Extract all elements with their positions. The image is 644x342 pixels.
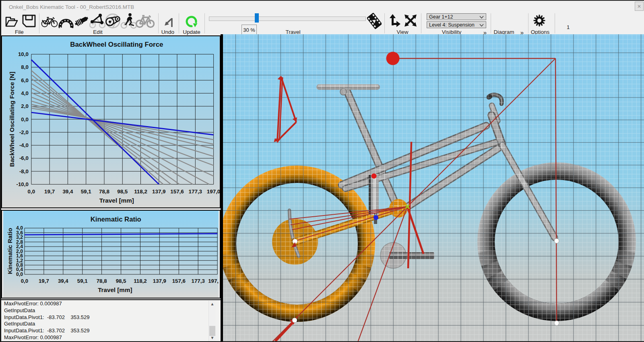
svg-text:39,4: 39,4 (62, 189, 73, 195)
svg-text:59,1: 59,1 (77, 278, 88, 284)
svg-text:197,0: 197,0 (207, 189, 220, 195)
svg-text:118,2: 118,2 (134, 278, 147, 284)
svg-text:Kinematic Ratio: Kinematic Ratio (91, 216, 141, 223)
svg-text:157,6: 157,6 (172, 278, 186, 284)
svg-text:0,0: 0,0 (21, 116, 29, 122)
svg-text:2,0: 2,0 (21, 103, 29, 109)
svg-text:-2,0: -2,0 (19, 129, 29, 135)
svg-text:177,3: 177,3 (189, 189, 202, 195)
svg-text:78,8: 78,8 (99, 189, 110, 195)
svg-text:-8,0: -8,0 (19, 168, 29, 174)
svg-text:-10,0: -10,0 (16, 181, 28, 187)
svg-text:98,5: 98,5 (116, 278, 126, 284)
svg-text:6,0: 6,0 (21, 77, 29, 83)
svg-text:177,3: 177,3 (192, 278, 205, 284)
svg-text:39,4: 39,4 (58, 278, 68, 284)
svg-text:-4,0: -4,0 (19, 142, 29, 148)
svg-text:19,7: 19,7 (44, 189, 55, 195)
svg-text:8,0: 8,0 (21, 64, 29, 70)
svg-text:78,8: 78,8 (97, 278, 107, 284)
svg-text:137,9: 137,9 (152, 189, 165, 195)
svg-text:19,7: 19,7 (39, 278, 49, 284)
svg-text:98,5: 98,5 (117, 189, 128, 195)
svg-text:0,0: 0,0 (21, 278, 28, 284)
svg-text:Travel [mm]: Travel [mm] (98, 286, 132, 293)
svg-text:0,0: 0,0 (16, 272, 23, 277)
svg-text:10,0: 10,0 (18, 51, 29, 57)
svg-text:4,0: 4,0 (21, 90, 29, 96)
svg-text:137,9: 137,9 (153, 278, 166, 284)
svg-text:BackWheel Oscillating Force [N: BackWheel Oscillating Force [N] (8, 72, 15, 167)
svg-text:Kinematic Ratio: Kinematic Ratio (6, 228, 13, 274)
svg-text:197,: 197, (208, 278, 219, 284)
svg-text:118,2: 118,2 (134, 189, 147, 195)
svg-text:157,6: 157,6 (170, 189, 184, 195)
svg-text:59,1: 59,1 (81, 189, 92, 195)
svg-text:-6,0: -6,0 (19, 155, 29, 161)
svg-text:BackWheel Oscillating Force: BackWheel Oscillating Force (70, 41, 163, 48)
svg-text:0,0: 0,0 (28, 189, 35, 195)
svg-text:Travel [mm]: Travel [mm] (99, 197, 134, 204)
